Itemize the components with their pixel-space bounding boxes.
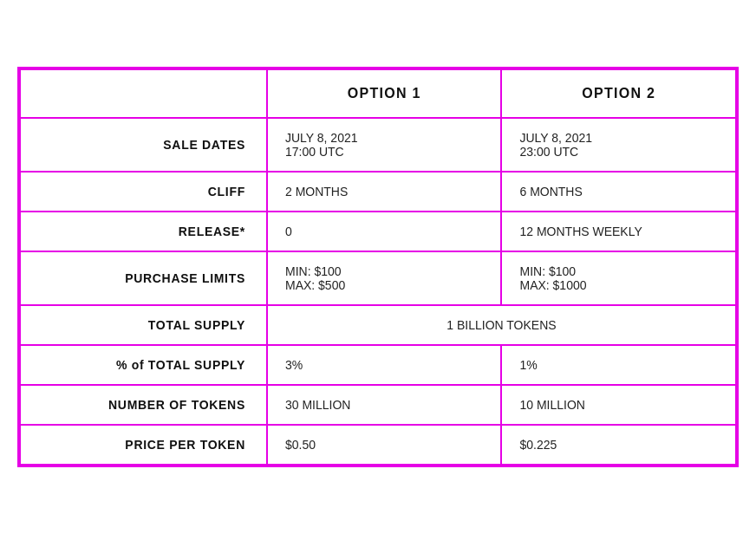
number-of-tokens-option1: 30 MILLION [267,385,502,425]
number-of-tokens-row: NUMBER OF TOKENS 30 MILLION 10 MILLION [20,385,736,425]
cliff-option2: 6 MONTHS [501,172,736,212]
release-label: RELEASE* [20,212,267,251]
purchase-limits-option1: MIN: $100 MAX: $500 [267,251,502,305]
sale-dates-option2-line1: JULY 8, 2021 [519,131,718,145]
price-per-token-label: PRICE PER TOKEN [20,425,267,465]
header-row: OPTION 1 OPTION 2 [20,69,736,118]
purchase-limits-option2-line1: MIN: $100 [519,264,718,278]
header-empty-cell [20,69,267,118]
header-option1: OPTION 1 [267,69,502,118]
purchase-limits-option2-line2: MAX: $1000 [519,278,718,292]
pct-total-supply-row: % of TOTAL SUPPLY 3% 1% [20,345,736,385]
sale-dates-row: SALE DATES JULY 8, 2021 17:00 UTC JULY 8… [20,118,736,172]
release-row: RELEASE* 0 12 MONTHS WEEKLY [20,212,736,251]
number-of-tokens-label: NUMBER OF TOKENS [20,385,267,425]
price-per-token-option1: $0.50 [267,425,502,465]
number-of-tokens-option2: 10 MILLION [501,385,736,425]
purchase-limits-option1-line1: MIN: $100 [285,264,484,278]
total-supply-row: TOTAL SUPPLY 1 BILLION TOKENS [20,305,736,345]
pct-total-supply-option2: 1% [501,345,736,385]
release-option2: 12 MONTHS WEEKLY [501,212,736,251]
price-per-token-row: PRICE PER TOKEN $0.50 $0.225 [20,425,736,465]
price-per-token-option2: $0.225 [501,425,736,465]
pct-total-supply-label: % of TOTAL SUPPLY [20,345,267,385]
total-supply-value: 1 BILLION TOKENS [267,305,736,345]
sale-dates-label: SALE DATES [20,118,267,172]
cliff-label: CLIFF [20,172,267,212]
purchase-limits-row: PURCHASE LIMITS MIN: $100 MAX: $500 MIN:… [20,251,736,305]
sale-dates-option1-line2: 17:00 UTC [285,145,484,159]
release-option1: 0 [267,212,502,251]
sale-dates-option2-line2: 23:00 UTC [519,145,718,159]
header-option2: OPTION 2 [501,69,736,118]
sale-dates-option1: JULY 8, 2021 17:00 UTC [267,118,502,172]
purchase-limits-option2: MIN: $100 MAX: $1000 [501,251,736,305]
total-supply-label: TOTAL SUPPLY [20,305,267,345]
purchase-limits-label: PURCHASE LIMITS [20,251,267,305]
pct-total-supply-option1: 3% [267,345,502,385]
purchase-limits-option1-line2: MAX: $500 [285,278,484,292]
cliff-option1: 2 MONTHS [267,172,502,212]
comparison-table: OPTION 1 OPTION 2 SALE DATES JULY 8, 202… [17,67,739,467]
sale-dates-option2: JULY 8, 2021 23:00 UTC [501,118,736,172]
cliff-row: CLIFF 2 MONTHS 6 MONTHS [20,172,736,212]
sale-dates-option1-line1: JULY 8, 2021 [285,131,484,145]
